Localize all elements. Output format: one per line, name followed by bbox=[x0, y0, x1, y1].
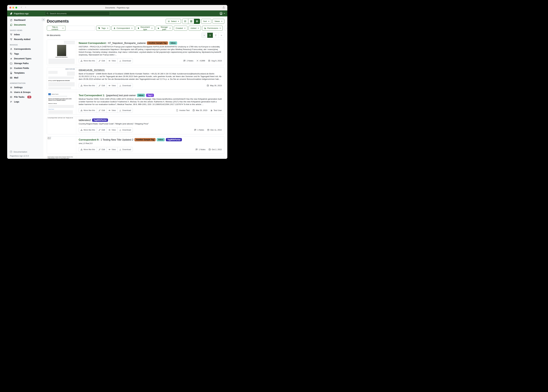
select-button[interactable]: Select bbox=[166, 19, 181, 24]
sidebar-item-logs[interactable]: Logs bbox=[7, 99, 43, 104]
view-button[interactable]: View bbox=[107, 128, 117, 132]
sidebar-collapse-button[interactable]: « bbox=[42, 18, 45, 21]
sidebar-item-custom-fields[interactable]: Custom Fields bbox=[7, 66, 43, 70]
download-button[interactable]: Download bbox=[117, 83, 133, 88]
document-title-link[interactable]: 0004814539_20230531 bbox=[79, 69, 105, 72]
documentation-link[interactable]: ? Documentation bbox=[10, 151, 41, 153]
document-thumbnail[interactable]: BANK OF SCOTLAND 2,0 % p. a. auf Ihr Tag… bbox=[47, 67, 76, 90]
person-icon bbox=[10, 48, 12, 50]
views-button[interactable]: Views bbox=[213, 19, 224, 24]
tag-badge[interactable]: TagWithPartial bbox=[166, 138, 182, 141]
sidebar-item-users-groups[interactable]: Users & Groups bbox=[7, 90, 43, 95]
sidebar-item-mail[interactable]: Mail bbox=[7, 75, 43, 80]
download-button[interactable]: Download bbox=[117, 58, 133, 63]
detail-view-button[interactable] bbox=[194, 19, 200, 24]
tag-badge[interactable]: Tag 2 bbox=[146, 94, 154, 97]
document-thumbnail[interactable]: Serial Number,Company Name,Employee Mark… bbox=[47, 156, 76, 159]
app-brand[interactable]: Paperless-ngx bbox=[7, 12, 45, 15]
added-filter-button[interactable]: Added bbox=[189, 26, 201, 31]
view-button[interactable]: View bbox=[107, 83, 117, 88]
storage-path-filter-button[interactable]: Storage path bbox=[156, 26, 173, 31]
tag-badge[interactable]: Inbox bbox=[137, 94, 145, 97]
pagination-next[interactable]: » bbox=[218, 33, 224, 38]
document-correspondent-link[interactable]: Test Correspondent 1 bbox=[79, 94, 104, 97]
download-button[interactable]: Download bbox=[117, 128, 133, 132]
document-correspondent-link[interactable]: Correspondent 9 bbox=[79, 138, 98, 141]
browser-back-button[interactable] bbox=[21, 6, 22, 9]
document-type-meta[interactable]: Invoice Test bbox=[176, 109, 189, 112]
pagination-page-2[interactable]: 2 bbox=[213, 33, 218, 38]
pagination-prev[interactable]: « bbox=[202, 33, 207, 38]
sort-button[interactable]: Sort bbox=[201, 19, 211, 24]
close-window-button[interactable] bbox=[9, 7, 11, 8]
tag-badge[interactable]: Inbox bbox=[157, 138, 165, 141]
minimize-window-button[interactable] bbox=[12, 7, 14, 8]
file-icon bbox=[137, 27, 139, 29]
sidebar-item-documents[interactable]: Documents bbox=[7, 22, 43, 27]
share-icon[interactable] bbox=[222, 6, 225, 10]
view-button[interactable]: View bbox=[107, 147, 117, 152]
notes-meta[interactable]: 1 Notes bbox=[195, 148, 205, 151]
download-button[interactable]: Download bbox=[117, 147, 133, 152]
document-title-link[interactable]: tablerates2 bbox=[79, 119, 91, 122]
more-like-this-icon bbox=[80, 60, 83, 62]
sidebar-item-inbox[interactable]: Inbox bbox=[7, 32, 43, 37]
sidebar-item-storage-paths[interactable]: Storage Paths bbox=[7, 61, 43, 66]
created-filter-button[interactable]: Created bbox=[174, 26, 187, 31]
sidebar-item-tags[interactable]: Tags bbox=[7, 51, 43, 56]
document-thumbnail[interactable]: Country,Region/State,"Zip/Postal Code","… bbox=[47, 117, 76, 134]
document-title-link[interactable]: H7_Napoleon_Bonaparte_zadanie bbox=[108, 42, 146, 44]
sidebar-item-recently-added[interactable]: Recently Added bbox=[7, 37, 43, 42]
sidebar-item-dashboard[interactable]: Dashboard bbox=[7, 18, 43, 22]
view-button[interactable]: View bbox=[107, 58, 117, 63]
sidebar-item-templates[interactable]: Templates bbox=[7, 70, 43, 75]
tag-badge[interactable]: TagWithPartial bbox=[92, 119, 108, 122]
reset-filters-button[interactable]: × Reset filters bbox=[224, 26, 227, 31]
search-input[interactable] bbox=[50, 12, 108, 15]
zoom-window-button[interactable] bbox=[15, 7, 17, 8]
edit-button[interactable]: Edit bbox=[97, 108, 107, 113]
correspondent-filter-button[interactable]: Correspondent bbox=[111, 26, 134, 31]
user-menu[interactable] bbox=[219, 12, 225, 15]
more-like-this-button[interactable]: More like this bbox=[79, 83, 97, 88]
document-thumbnail[interactable]: NAPOLEON BONAPARTE bbox=[47, 40, 76, 65]
tag-badge[interactable]: Another Sample Tag bbox=[134, 138, 156, 141]
document-title-link[interactable]: 1 Testing New Title Updated 2 bbox=[101, 138, 133, 141]
more-like-this-button[interactable]: More like this bbox=[79, 128, 97, 132]
tags-filter-button[interactable]: Tags bbox=[96, 26, 110, 31]
title-content-dropdown[interactable]: Title & content bbox=[47, 26, 65, 31]
document-card: one,1.0 five,5.0 Correspondent 9: 1 Test… bbox=[47, 136, 224, 154]
tag-badge[interactable]: Another Sample Tag bbox=[147, 41, 168, 45]
sidebar-item-document-types[interactable]: # Document Types bbox=[7, 56, 43, 61]
edit-button[interactable]: Edit bbox=[97, 83, 107, 88]
download-button[interactable]: Download bbox=[117, 108, 133, 113]
chevron-down-icon bbox=[107, 28, 108, 28]
title-content-input[interactable] bbox=[65, 26, 95, 31]
notes-meta[interactable]: 2 Notes bbox=[183, 60, 193, 62]
view-button[interactable]: View bbox=[107, 108, 117, 113]
document-type-filter-button[interactable]: Document type bbox=[136, 26, 155, 31]
table-view-button[interactable] bbox=[182, 19, 188, 24]
browser-forward-button[interactable] bbox=[25, 6, 27, 9]
sidebar-item-file-tasks[interactable]: File Tasks 16 bbox=[7, 95, 43, 99]
grid-view-button[interactable] bbox=[188, 19, 194, 24]
tag-badge[interactable]: Inbox bbox=[169, 41, 177, 45]
more-like-this-button[interactable]: More like this bbox=[79, 147, 97, 152]
edit-button[interactable]: Edit bbox=[97, 147, 107, 152]
avatar-icon bbox=[219, 12, 223, 15]
sidebar-item-settings[interactable]: Settings bbox=[7, 85, 43, 90]
edit-button[interactable]: Edit bbox=[97, 128, 107, 132]
notes-meta[interactable]: 1 Notes bbox=[194, 129, 204, 131]
chevron-down-icon bbox=[224, 13, 225, 14]
edit-button[interactable]: Edit bbox=[97, 58, 107, 63]
app-header: Paperless-ngx bbox=[7, 10, 227, 16]
more-like-this-button[interactable]: More like this bbox=[79, 108, 97, 113]
document-thumbnail[interactable]: Medical Teacher Has the new Kirkpatrick … bbox=[47, 92, 76, 115]
permissions-filter-button[interactable]: Permissions bbox=[202, 26, 223, 31]
pagination-page-1[interactable]: 1 bbox=[207, 33, 213, 38]
more-like-this-button[interactable]: More like this bbox=[79, 58, 97, 63]
document-correspondent-link[interactable]: Newest Correspondent bbox=[79, 42, 106, 44]
document-thumbnail[interactable]: one,1.0 five,5.0 bbox=[47, 136, 76, 154]
sidebar-item-correspondents[interactable]: Correspondents bbox=[7, 47, 43, 51]
document-title-link[interactable]: [paperless] test post-owner bbox=[106, 94, 136, 97]
